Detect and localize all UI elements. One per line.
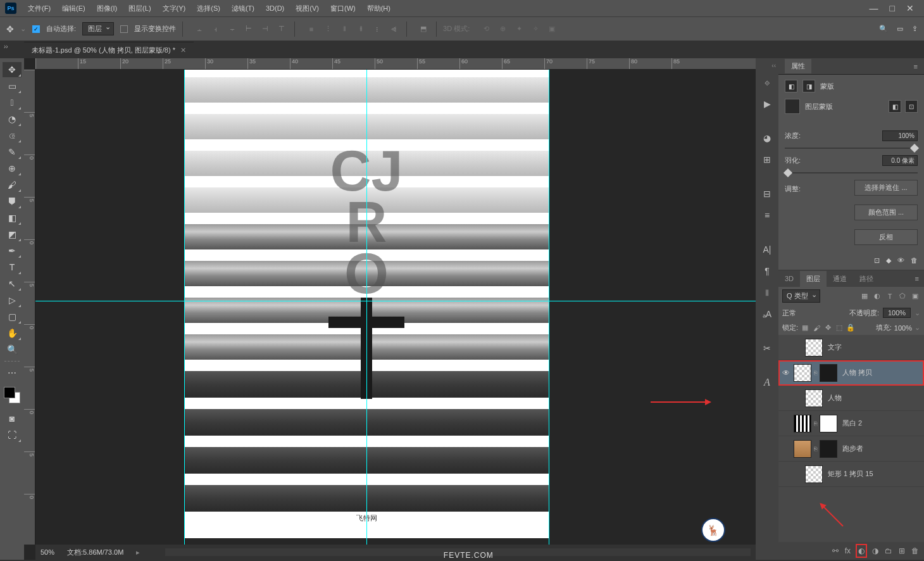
layer-name[interactable]: 黑白 2 — [842, 419, 862, 428]
properties-tab[interactable]: 属性 — [785, 59, 811, 73]
filter-pixel-icon[interactable]: ▦ — [859, 291, 870, 301]
panel-menu-icon[interactable]: ≡ — [914, 63, 918, 70]
layer-name[interactable]: 人物 拷贝 — [842, 368, 872, 377]
menu-window[interactable]: 窗口(W) — [325, 1, 361, 16]
path-tool[interactable]: ↖ — [3, 276, 22, 291]
adjustment-layer-icon[interactable]: ◑ — [872, 546, 878, 555]
crop-tool[interactable]: ⟃ — [3, 128, 22, 143]
mask-link-icon[interactable]: ⎘ — [814, 370, 817, 376]
glyph-icon[interactable]: ₐA — [758, 306, 776, 322]
shape-tool[interactable]: ▢ — [3, 309, 22, 324]
layer-name[interactable]: 矩形 1 拷贝 15 — [828, 469, 873, 479]
menu-view[interactable]: 视图(V) — [290, 1, 324, 16]
playback-icon[interactable]: ▶ — [758, 96, 776, 112]
new-layer-icon[interactable]: ⊞ — [899, 546, 905, 555]
invert-button[interactable]: 反相 — [854, 229, 918, 245]
disable-mask-icon[interactable]: 👁 — [897, 256, 904, 265]
layer-row[interactable]: 人物 — [778, 386, 924, 411]
show-transform-checkbox[interactable] — [120, 25, 128, 33]
lock-artboard-icon[interactable]: ⬚ — [835, 324, 844, 332]
layer-name[interactable]: 跑步者 — [842, 444, 863, 453]
filter-smart-icon[interactable]: ▣ — [910, 291, 920, 301]
scissors-icon[interactable]: ✂ — [758, 340, 776, 356]
zoom-tool[interactable]: 🔍 — [3, 342, 22, 357]
lock-position-icon[interactable]: ✥ — [823, 324, 832, 332]
menu-type[interactable]: 文字(Y) — [158, 1, 191, 16]
load-selection-icon[interactable]: ⊡ — [874, 256, 880, 265]
pen-tool[interactable]: ✒ — [3, 243, 22, 258]
history-icon[interactable]: ⟐ — [758, 74, 776, 91]
lasso-tool[interactable]: 𓏲 — [3, 95, 22, 110]
eraser-tool[interactable]: ◧ — [3, 210, 22, 225]
layer-row[interactable]: ⎘ 跑步者 — [778, 436, 924, 462]
layer-row[interactable]: 矩形 1 拷贝 15 — [778, 462, 924, 487]
stamp-tool[interactable]: ⛊ — [3, 194, 22, 209]
canvas[interactable]: CJRO 飞特网 — [35, 70, 756, 545]
menu-select[interactable]: 选择(S) — [192, 1, 225, 16]
layer-row-selected[interactable]: 👁 ⎘ 人物 拷贝 — [778, 360, 924, 386]
apply-mask-icon[interactable]: ◆ — [886, 256, 891, 265]
quick-select-tool[interactable]: ◔ — [3, 111, 22, 127]
char-icon[interactable]: A| — [758, 241, 776, 258]
para-icon[interactable]: ¶ — [758, 263, 776, 279]
tab-layers[interactable]: 图层 — [800, 271, 827, 287]
brush-tool[interactable]: 🖌 — [3, 177, 22, 192]
align-top-icon[interactable]: ⫠ — [193, 23, 206, 35]
density-slider[interactable] — [785, 148, 918, 149]
workspace-icon[interactable]: ▭ — [897, 25, 903, 33]
minimize-icon[interactable]: — — [870, 3, 878, 13]
edit-toolbar[interactable]: ⋯ — [3, 365, 22, 381]
layer-row[interactable]: 文字 — [778, 335, 924, 360]
marquee-tool[interactable]: ▭ — [3, 79, 22, 94]
guide-vertical[interactable] — [366, 70, 367, 545]
search-icon[interactable]: 🔍 — [879, 25, 888, 33]
density-input[interactable] — [882, 130, 918, 141]
menu-edit[interactable]: 编辑(E) — [57, 1, 91, 16]
feather-slider[interactable] — [785, 172, 918, 173]
visibility-toggle[interactable]: 👁 — [781, 369, 791, 377]
fill-input[interactable]: 100% — [894, 324, 912, 332]
ruler-horizontal[interactable]: 152025303540455055606570758085 — [35, 58, 756, 70]
layer-row[interactable]: ⎘ 黑白 2 — [778, 411, 924, 436]
zoom-level[interactable]: 50% — [41, 548, 54, 556]
menu-3d[interactable]: 3D(D) — [261, 2, 289, 15]
move-tool[interactable]: ✥ — [3, 62, 22, 77]
color-swatch[interactable] — [4, 387, 20, 403]
hand-tool[interactable]: ✋ — [3, 325, 22, 341]
lock-paint-icon[interactable]: 🖌 — [812, 324, 821, 332]
gradient-tool[interactable]: ◩ — [3, 227, 22, 242]
menu-layer[interactable]: 图层(L) — [123, 1, 156, 16]
auto-select-checkbox[interactable]: ✓ — [32, 25, 40, 33]
healing-tool[interactable]: ⊕ — [3, 161, 22, 176]
share-icon[interactable]: ⇪ — [912, 25, 918, 33]
feather-input[interactable] — [882, 155, 918, 166]
ruler-vertical[interactable]: 5050505050 — [24, 70, 35, 545]
color-range-button[interactable]: 颜色范围 ... — [854, 205, 918, 220]
close-icon[interactable]: ✕ — [906, 3, 914, 13]
filter-adj-icon[interactable]: ◐ — [872, 291, 882, 301]
big-a-icon[interactable]: A — [758, 374, 776, 391]
direct-select-tool[interactable]: ▷ — [3, 293, 22, 308]
maximize-icon[interactable]: □ — [890, 3, 895, 13]
panel-menu-icon[interactable]: ≡ — [915, 275, 924, 282]
fx-icon[interactable]: fx — [845, 546, 851, 555]
guide-vertical[interactable] — [184, 70, 185, 545]
opacity-input[interactable]: 100% — [883, 308, 911, 318]
quick-mask[interactable]: ◙ — [3, 411, 22, 426]
tab-3d[interactable]: 3D — [778, 272, 800, 286]
tab-paths[interactable]: 路径 — [853, 271, 880, 287]
lock-transparency-icon[interactable]: ▦ — [801, 324, 809, 332]
document-tab[interactable]: 未标题-1.psd @ 50% (人物 拷贝, 图层蒙版/8) * ✕ — [24, 42, 194, 58]
select-mask-button[interactable]: 选择并遮住 ... — [854, 180, 918, 196]
menu-help[interactable]: 帮助(H) — [362, 1, 396, 16]
align-icon[interactable]: ⫴ — [758, 284, 776, 301]
delete-mask-icon[interactable]: 🗑 — [911, 256, 918, 265]
auto-select-dropdown[interactable]: 图层 — [82, 22, 114, 35]
layer-name[interactable]: 文字 — [828, 343, 842, 352]
swatches-icon[interactable]: ⊞ — [758, 151, 776, 168]
doc-size[interactable]: 文档:5.86M/73.0M — [67, 548, 123, 557]
color-icon[interactable]: ◕ — [758, 130, 776, 146]
add-mask-icon[interactable]: ◐ — [857, 545, 866, 557]
new-group-icon[interactable]: 🗀 — [885, 546, 892, 555]
screen-mode[interactable]: ⛶ — [3, 427, 22, 443]
